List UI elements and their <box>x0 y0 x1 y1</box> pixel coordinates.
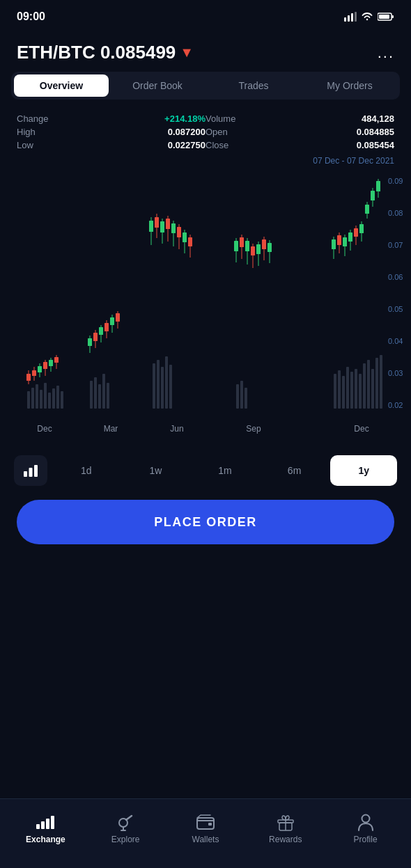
svg-rect-20 <box>48 393 51 409</box>
svg-rect-28 <box>107 383 109 409</box>
svg-rect-31 <box>161 367 164 409</box>
status-time: 09:00 <box>17 10 45 23</box>
tab-orderbook[interactable]: Order Book <box>110 74 205 97</box>
svg-rect-129 <box>36 824 40 829</box>
tab-overview[interactable]: Overview <box>14 74 109 97</box>
svg-text:Jun: Jun <box>170 424 183 434</box>
svg-rect-22 <box>56 386 59 409</box>
svg-rect-104 <box>332 239 336 249</box>
signal-icon <box>344 12 357 22</box>
svg-rect-52 <box>32 370 36 376</box>
place-order-button[interactable]: PLACE ORDER <box>17 500 394 544</box>
svg-rect-39 <box>342 376 345 409</box>
svg-rect-78 <box>160 221 164 232</box>
svg-rect-18 <box>40 390 42 409</box>
nav-profile[interactable]: Profile <box>325 812 405 844</box>
svg-rect-33 <box>169 365 172 409</box>
nav-exchange[interactable]: Exchange <box>6 812 86 844</box>
more-button[interactable]: ... <box>378 44 394 62</box>
svg-text:0.02: 0.02 <box>388 401 403 409</box>
svg-rect-138 <box>208 823 212 826</box>
tab-myorders[interactable]: My Orders <box>302 74 397 97</box>
svg-rect-66 <box>99 327 103 335</box>
rewards-gift-icon <box>277 813 295 831</box>
wifi-icon <box>361 12 373 22</box>
profile-user-icon <box>357 813 374 831</box>
svg-rect-32 <box>165 356 168 409</box>
chart-type-button[interactable] <box>14 455 47 486</box>
svg-rect-118 <box>371 191 375 200</box>
wallets-icon <box>196 812 215 832</box>
chart-container: 0.09 0.08 0.07 0.06 0.05 0.04 0.03 0.02 <box>17 168 411 447</box>
svg-rect-127 <box>29 468 33 477</box>
svg-rect-62 <box>88 338 92 346</box>
time-btn-1y[interactable]: 1y <box>330 455 397 486</box>
svg-rect-92 <box>240 237 244 247</box>
stat-close-label: Close <box>206 140 300 150</box>
stat-volume-value: 484,128 <box>300 113 395 124</box>
explore-telescope-icon <box>116 813 134 831</box>
svg-rect-130 <box>41 821 45 829</box>
stat-high-value: 0.087200 <box>111 127 206 137</box>
svg-rect-110 <box>348 232 352 242</box>
header: ETH/BTC 0.085499 ▼ ... <box>0 31 411 72</box>
rewards-icon <box>276 812 295 832</box>
svg-rect-131 <box>46 819 49 829</box>
svg-rect-58 <box>49 360 53 366</box>
stat-open-label: Open <box>206 127 300 137</box>
stat-volume-label: Volume <box>206 113 300 124</box>
svg-rect-102 <box>267 243 272 252</box>
svg-text:Dec: Dec <box>354 424 369 434</box>
svg-text:0.07: 0.07 <box>388 241 403 249</box>
svg-rect-76 <box>155 217 159 228</box>
svg-rect-48 <box>380 355 382 409</box>
svg-rect-6 <box>392 15 394 18</box>
svg-rect-132 <box>51 816 54 829</box>
svg-rect-38 <box>338 370 341 409</box>
svg-rect-29 <box>153 363 155 409</box>
exchange-chart-icon <box>36 814 55 830</box>
stat-change-label: Change <box>17 113 111 124</box>
svg-rect-45 <box>367 360 370 409</box>
svg-rect-60 <box>54 357 59 363</box>
tab-trades[interactable]: Trades <box>206 74 301 97</box>
svg-rect-27 <box>102 374 105 409</box>
nav-wallets[interactable]: Wallets <box>166 812 246 844</box>
nav-exchange-label: Exchange <box>26 835 65 844</box>
svg-rect-64 <box>93 333 98 341</box>
svg-rect-3 <box>355 12 357 22</box>
svg-rect-128 <box>34 465 38 477</box>
svg-text:0.09: 0.09 <box>388 177 403 185</box>
svg-rect-19 <box>44 383 47 409</box>
status-icons <box>344 12 394 22</box>
svg-point-142 <box>362 814 369 822</box>
time-btn-1d[interactable]: 1d <box>53 455 120 486</box>
svg-rect-106 <box>337 235 341 245</box>
time-btn-1m[interactable]: 1m <box>192 455 258 486</box>
svg-rect-56 <box>43 362 47 369</box>
time-btn-1w[interactable]: 1w <box>123 455 189 486</box>
nav-rewards[interactable]: Rewards <box>245 812 325 844</box>
svg-rect-47 <box>375 358 378 409</box>
svg-rect-112 <box>354 228 358 237</box>
stat-change-value: +214.18% <box>111 113 206 124</box>
svg-rect-25 <box>94 377 97 409</box>
svg-rect-24 <box>90 381 93 409</box>
nav-explore[interactable]: Explore <box>86 812 166 844</box>
wallet-icon <box>196 814 215 830</box>
svg-rect-46 <box>371 369 374 409</box>
svg-text:Dec: Dec <box>37 424 52 434</box>
svg-rect-43 <box>359 374 362 409</box>
svg-text:0.03: 0.03 <box>388 369 403 377</box>
time-btn-6m[interactable]: 6m <box>261 455 328 486</box>
svg-rect-15 <box>27 391 30 409</box>
stat-close-value: 0.085454 <box>300 140 395 150</box>
candlestick-chart: 0.09 0.08 0.07 0.06 0.05 0.04 0.03 0.02 <box>17 168 411 447</box>
svg-rect-2 <box>351 13 353 22</box>
svg-rect-100 <box>262 239 266 249</box>
pair-label: ETH/BTC 0.085499 <box>17 42 176 63</box>
chart-date: 07 Dec - 07 Dec 2021 <box>0 153 411 168</box>
svg-rect-72 <box>116 313 120 322</box>
svg-rect-108 <box>343 237 347 246</box>
svg-text:0.08: 0.08 <box>388 209 403 217</box>
